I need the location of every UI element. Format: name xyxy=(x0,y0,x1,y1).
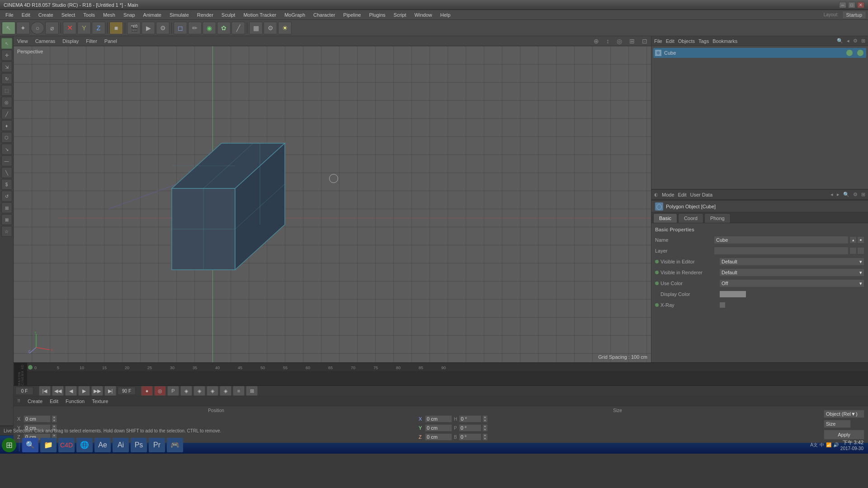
menu-simulate[interactable]: Simulate xyxy=(166,11,193,19)
taskbar-icon-ai[interactable]: Ai xyxy=(113,438,129,452)
menu-window[interactable]: Window xyxy=(411,11,436,19)
toolbar-move-tool[interactable]: ↖ xyxy=(2,22,15,34)
anim-btn-record-pos[interactable]: P xyxy=(167,386,179,396)
coord-menu-create[interactable]: Create xyxy=(28,399,42,404)
coord-size-z-b-input[interactable]: 0 ° xyxy=(459,433,481,441)
menu-file[interactable]: File xyxy=(2,11,17,19)
menu-create[interactable]: Create xyxy=(35,11,57,19)
frame-end[interactable]: 90 F xyxy=(118,387,136,395)
tool-13[interactable]: $ xyxy=(1,179,12,190)
close-button[interactable]: ✕ xyxy=(857,2,864,8)
props-dropdown-visible-renderer[interactable]: Default ▾ xyxy=(719,268,864,277)
coord-size-x-h-spinner[interactable]: ▴▾ xyxy=(482,415,488,422)
anim-btn-play-fwd[interactable]: ▶ xyxy=(78,386,90,396)
tool-7[interactable]: ╱ xyxy=(1,108,12,119)
coord-size-y-p-spinner[interactable]: ▴▾ xyxy=(482,424,488,432)
taskbar-icon-cinema4d[interactable]: C4D xyxy=(58,438,75,452)
obj-mgr-menu-bookmarks[interactable]: Bookmarks xyxy=(712,38,737,44)
coord-size-z-input[interactable]: 0 cm xyxy=(425,433,452,441)
menu-select[interactable]: Select xyxy=(58,11,79,19)
toolbar-light[interactable]: ☀ xyxy=(278,22,292,34)
viewport-menu-display[interactable]: Display xyxy=(62,38,79,44)
tab-coord[interactable]: Coord xyxy=(678,213,703,223)
toolbar-render[interactable]: ▶ xyxy=(142,22,155,34)
tool-9[interactable]: ⬡ xyxy=(1,132,12,143)
menu-tools[interactable]: Tools xyxy=(80,11,99,19)
taskbar-icon-ae[interactable]: Ae xyxy=(94,438,111,452)
obj-visible-editor[interactable] xyxy=(846,50,853,56)
tool-15[interactable]: ⊞ xyxy=(1,202,12,213)
coord-menu-function[interactable]: Function xyxy=(66,399,85,404)
anim-btn-keyframe1[interactable]: ◈ xyxy=(180,386,192,396)
coord-size-y-input[interactable]: 0 cm xyxy=(425,424,452,432)
obj-mgr-menu-objects[interactable]: Objects xyxy=(678,38,695,44)
mode-icon-search[interactable]: 🔍 xyxy=(843,192,849,197)
toolbar-camera[interactable]: ⚙ xyxy=(264,22,277,34)
coord-mode-dropdown[interactable]: Object (Rel▼) xyxy=(824,410,864,418)
coord-menu-edit[interactable]: Edit xyxy=(50,399,58,404)
menu-help[interactable]: Help xyxy=(437,11,454,19)
anim-btn-keyframe2[interactable]: ◈ xyxy=(193,386,205,396)
viewport-menu-cameras[interactable]: Cameras xyxy=(35,38,56,44)
coord-size-z-b-spinner[interactable]: ▴▾ xyxy=(482,433,488,441)
tool-17[interactable]: ☆ xyxy=(1,226,12,237)
viewport-icon-3[interactable]: ◎ xyxy=(617,38,622,45)
menu-sculpt[interactable]: Sculpt xyxy=(218,11,239,19)
maximize-button[interactable]: □ xyxy=(848,2,855,8)
menu-snap[interactable]: Snap xyxy=(120,11,139,19)
menu-motion-tracker[interactable]: Motion Tracker xyxy=(240,11,280,19)
mode-menu-userdata[interactable]: User Data xyxy=(690,192,713,197)
mode-icon-back[interactable]: ◂ xyxy=(830,192,833,197)
anim-btn-step-back[interactable]: ◀◀ xyxy=(52,386,64,396)
taskbar-icon-ps[interactable]: Ps xyxy=(131,438,147,452)
menu-mograph[interactable]: MoGraph xyxy=(281,11,309,19)
mode-icon-settings[interactable]: ⚙ xyxy=(853,192,858,197)
toolbar-select-y[interactable]: Y xyxy=(77,22,91,34)
props-name-btn-1[interactable]: ▴ xyxy=(849,236,857,244)
timeline-track[interactable] xyxy=(27,372,868,385)
frame-start[interactable]: 0 F xyxy=(15,387,33,395)
apply-button[interactable]: Apply xyxy=(824,430,864,440)
coord-menu-texture[interactable]: Texture xyxy=(92,399,108,404)
props-value-layer[interactable] xyxy=(714,247,849,255)
anim-btn-go-start[interactable]: |◀ xyxy=(39,386,51,396)
mode-icon-fwd[interactable]: ▸ xyxy=(837,192,840,197)
taskbar-icon-chrome[interactable]: 🌐 xyxy=(76,438,93,452)
obj-mgr-menu-edit[interactable]: Edit xyxy=(666,38,675,44)
toolbar-scale[interactable]: ○ xyxy=(31,22,44,34)
toolbar-pencil[interactable]: ✏ xyxy=(188,22,202,34)
anim-btn-keyframe3[interactable]: ◈ xyxy=(207,386,218,396)
tool-12[interactable]: ╲ xyxy=(1,167,12,178)
viewport-menu-filter[interactable]: Filter xyxy=(86,38,97,44)
tab-phong[interactable]: Phong xyxy=(704,213,731,223)
props-value-name[interactable]: Cube xyxy=(714,236,849,244)
anim-btn-record-auto[interactable]: ◎ xyxy=(154,386,166,396)
tool-6[interactable]: ◎ xyxy=(1,97,12,108)
props-dropdown-use-color[interactable]: Off ▾ xyxy=(719,279,864,287)
coord-size-y-p-input[interactable]: 0 ° xyxy=(459,424,481,432)
toolbar-select-live[interactable]: ✕ xyxy=(63,22,76,34)
viewport-menu-view[interactable]: View xyxy=(17,38,28,44)
toolbar-polygon[interactable]: ■ xyxy=(109,22,123,34)
anim-btn-go-end[interactable]: ▶| xyxy=(104,386,116,396)
tool-11[interactable]: — xyxy=(1,155,12,166)
viewport-canvas[interactable]: Perspective Grid Spacing : 100 cm Z X xyxy=(14,46,651,362)
anim-btn-keyframe6[interactable]: ⊞ xyxy=(246,386,258,396)
coord-pos-x-input[interactable]: 0 cm xyxy=(24,415,51,422)
toolbar-move[interactable]: ✦ xyxy=(16,22,30,34)
toolbar-render-view[interactable]: 🎬 xyxy=(127,22,141,34)
props-name-btn-2[interactable]: ● xyxy=(857,236,864,244)
toolbar-cube[interactable]: ◻ xyxy=(174,22,187,34)
obj-mgr-icon-1[interactable]: ◂ xyxy=(847,38,849,44)
toolbar-knife[interactable]: ╱ xyxy=(231,22,245,34)
props-layer-btn-2[interactable] xyxy=(857,247,864,254)
anim-btn-keyframe5[interactable]: ≡ xyxy=(233,386,245,396)
mode-icon-layout[interactable]: ⊞ xyxy=(861,192,865,197)
tool-move[interactable]: ✛ xyxy=(1,50,12,61)
object-item-cube[interactable]: Cube xyxy=(653,48,866,58)
viewport-menu-panel[interactable]: Panel xyxy=(104,38,117,44)
obj-visible-renderer[interactable] xyxy=(857,50,863,56)
viewport-icon-5[interactable]: ⊡ xyxy=(642,38,647,45)
coord-pos-x-spinner[interactable]: ▴▾ xyxy=(52,415,57,422)
taskbar-icon-search[interactable]: 🔍 xyxy=(22,438,38,452)
